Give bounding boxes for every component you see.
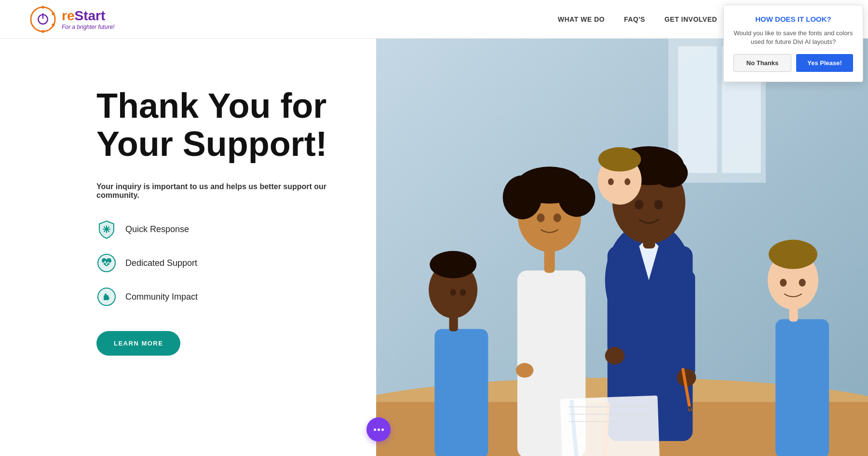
divi-popup-body: Would you like to save the fonts and col… [733,29,853,46]
logo-text: reStart [62,8,114,24]
feature-community-impact-label: Community Impact [125,292,198,302]
svg-rect-54 [775,319,829,456]
svg-point-0 [31,7,55,31]
dot-3 [381,428,384,431]
svg-rect-66 [560,396,660,456]
svg-point-45 [554,213,561,222]
learn-more-button[interactable]: LEARN MORE [96,331,180,356]
svg-point-3 [52,23,54,26]
nav-get-involved[interactable]: GET INVOLVED [665,15,717,23]
svg-rect-46 [517,290,532,368]
right-panel [376,39,868,456]
divi-popup: HOW DOES IT LOOK? Would you like to save… [723,5,863,82]
svg-point-2 [52,12,54,15]
hero-subtitle: Your inquiry is important to us and help… [96,182,338,200]
svg-point-36 [605,347,624,364]
nav-what-we-do[interactable]: WHAT WE DO [558,15,605,23]
svg-rect-17 [678,46,717,173]
dot-1 [374,428,376,431]
hero-image [376,39,868,456]
svg-point-30 [654,200,663,209]
svg-point-57 [769,240,817,269]
svg-point-47 [516,363,533,377]
nav-faqs[interactable]: FAQ'S [624,15,645,23]
svg-point-52 [450,289,456,296]
main-content: Thank You for Your Support! Your inquiry… [0,39,868,456]
scene-svg [376,39,868,456]
heart-icon [96,253,117,273]
feature-list: Quick Response Dedicated Support [96,219,338,307]
chat-dots-icon [374,428,384,431]
feature-quick-response-label: Quick Response [125,224,189,235]
svg-point-59 [799,279,806,287]
svg-point-63 [624,179,630,185]
no-thanks-button[interactable]: No Thanks [733,54,791,72]
yes-please-button[interactable]: Yes Please! [796,54,853,72]
feature-dedicated-support-label: Dedicated Support [125,258,197,268]
svg-point-61 [598,147,641,171]
svg-rect-48 [434,329,488,456]
svg-point-62 [608,179,614,185]
feature-dedicated-support: Dedicated Support [96,253,338,273]
logo[interactable]: reStart For a brighter future! [29,5,114,33]
svg-point-1 [41,5,44,8]
shield-icon [96,219,117,239]
dot-2 [378,428,380,431]
svg-point-51 [430,251,476,278]
svg-point-43 [523,168,576,192]
hand-icon [96,287,117,307]
svg-rect-31 [678,270,695,377]
divi-popup-title: HOW DOES IT LOOK? [733,15,853,23]
svg-point-53 [460,289,466,296]
floating-chat-button[interactable] [366,417,391,442]
logo-tagline: For a brighter future! [62,24,114,30]
left-panel: Thank You for Your Support! Your inquiry… [0,39,376,456]
svg-point-29 [635,200,643,209]
feature-quick-response: Quick Response [96,219,338,239]
svg-rect-35 [608,265,624,353]
feature-community-impact: Community Impact [96,287,338,307]
svg-point-28 [654,158,688,188]
svg-point-4 [41,30,44,33]
hero-title: Thank You for Your Support! [96,87,338,163]
svg-point-44 [537,213,544,222]
logo-icon [29,5,57,33]
svg-point-58 [780,279,787,287]
divi-popup-buttons: No Thanks Yes Please! [733,54,853,72]
